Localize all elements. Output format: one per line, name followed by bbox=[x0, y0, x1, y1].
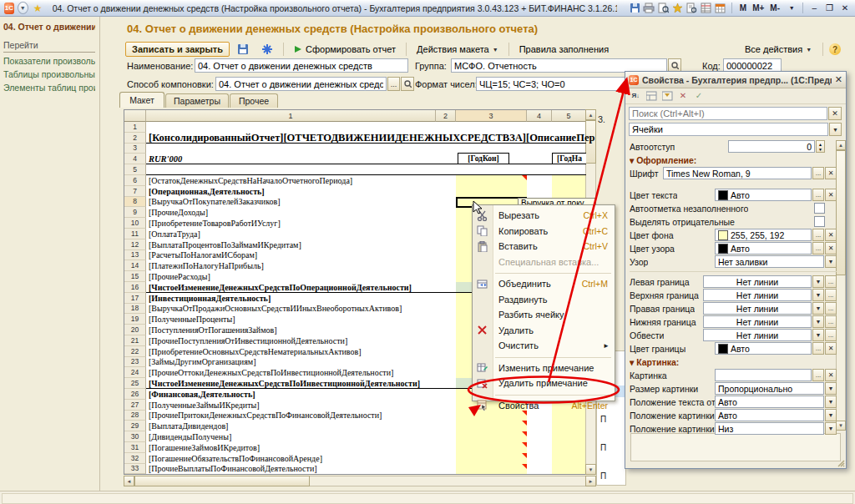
grid-row[interactable]: 29[ВыплатаДивидендов] bbox=[124, 421, 586, 431]
menu-item-6[interactable]: Раздвинуть bbox=[473, 292, 615, 308]
grid-row-number[interactable]: 7 bbox=[124, 186, 146, 197]
scroll-up-icon[interactable]: ▲ bbox=[836, 140, 846, 150]
grid-row-number[interactable]: 31 bbox=[124, 442, 146, 453]
grid-row-number[interactable]: 18 bbox=[124, 304, 146, 315]
cell-col3[interactable] bbox=[456, 464, 527, 475]
grid-row-number[interactable]: 33 bbox=[124, 464, 146, 475]
dots-button[interactable]: ... bbox=[812, 242, 824, 255]
grid-row-number[interactable]: 9 bbox=[124, 207, 146, 218]
close-button[interactable]: ✕ bbox=[839, 3, 851, 14]
cell-col5[interactable] bbox=[552, 421, 586, 431]
sidebar-link-2[interactable]: Элементы таблиц произв... bbox=[3, 83, 95, 93]
grid-row-number[interactable]: 10 bbox=[124, 218, 146, 229]
grid-column-header-3[interactable]: 3 bbox=[456, 110, 527, 122]
grid-column-header-1[interactable]: 1 bbox=[146, 110, 436, 122]
menu-item-2[interactable]: ВставитьCtrl+V bbox=[473, 239, 615, 255]
mode-button-m-[interactable]: M- bbox=[767, 3, 782, 13]
clear-button[interactable]: ✕ bbox=[825, 167, 837, 179]
cell-col3[interactable] bbox=[456, 421, 527, 431]
dropdown-icon[interactable]: ▼ bbox=[812, 315, 824, 328]
cell-col5[interactable] bbox=[552, 453, 586, 464]
grid-row[interactable]: 4RUR'000 bbox=[124, 154, 586, 164]
main-menu-button[interactable]: ▼ bbox=[18, 2, 28, 14]
sidebar-link-1[interactable]: Таблицы произвольных о... bbox=[3, 69, 95, 79]
cell-col5[interactable] bbox=[552, 464, 586, 475]
favorites-star-icon[interactable]: ★ bbox=[32, 3, 44, 14]
tab-макет[interactable]: Макет bbox=[119, 92, 164, 108]
properties-target-selector[interactable] bbox=[629, 123, 828, 136]
color-value[interactable]: 255, 255, 192 bbox=[715, 229, 812, 241]
cell-col5[interactable] bbox=[552, 175, 586, 186]
help-icon[interactable]: ? bbox=[829, 43, 841, 55]
grid-row[interactable]: 6[ОстатокДенежныхСредствНаНачалоОтчетног… bbox=[124, 175, 586, 186]
dropdown-icon[interactable]: ▼ bbox=[825, 422, 837, 435]
dropdown-icon[interactable]: ▼ bbox=[812, 289, 824, 301]
menu-item-8[interactable]: Удалить bbox=[473, 323, 615, 339]
dots-button[interactable]: ... bbox=[812, 189, 824, 201]
grid-column-header-4[interactable]: 4 bbox=[527, 110, 552, 122]
compose-input[interactable] bbox=[215, 77, 387, 91]
properties-scroll-thumb[interactable] bbox=[836, 150, 846, 275]
grid-row-number[interactable]: 3 bbox=[124, 144, 146, 154]
scroll-down-icon[interactable]: ▼ bbox=[836, 421, 846, 431]
grid-row-number[interactable]: 5 bbox=[124, 164, 146, 175]
compose-lookup-button[interactable] bbox=[401, 77, 414, 91]
grid-hscroll-thumb[interactable] bbox=[134, 476, 310, 486]
calendar-icon[interactable] bbox=[714, 3, 726, 14]
cell-col3[interactable] bbox=[456, 431, 527, 442]
compose-dots-button[interactable]: ... bbox=[387, 77, 400, 91]
save-icon[interactable] bbox=[629, 3, 641, 14]
color-value[interactable]: Авто bbox=[715, 189, 812, 201]
grid-row-number[interactable]: 4 bbox=[124, 154, 146, 164]
dropdown-icon[interactable]: ▼ bbox=[812, 302, 824, 315]
dropdown-icon[interactable]: ▼ bbox=[812, 329, 824, 341]
save-and-close-button[interactable]: Записать и закрыть bbox=[125, 42, 230, 57]
font-value[interactable]: Times New Roman, 9 bbox=[663, 167, 812, 179]
grid-row-number[interactable]: 22 bbox=[124, 346, 146, 357]
dots-button[interactable]: ... bbox=[825, 289, 837, 301]
dots-button[interactable]: ... bbox=[812, 369, 824, 381]
table-icon[interactable] bbox=[700, 3, 712, 14]
grid-row[interactable]: 30[ДивидендыПолучены] bbox=[124, 431, 586, 442]
grid-row-number[interactable]: 15 bbox=[124, 271, 146, 282]
select-value[interactable]: Нет заливки bbox=[715, 255, 824, 268]
cell-col5[interactable] bbox=[552, 442, 586, 453]
scroll-up-icon[interactable]: ▲ bbox=[585, 109, 596, 120]
cancel-edit-icon[interactable]: ✕ bbox=[676, 89, 690, 102]
clear-button[interactable]: ✕ bbox=[825, 229, 837, 241]
grid-row-number[interactable]: 32 bbox=[124, 453, 146, 464]
grid-row-number[interactable]: 16 bbox=[124, 282, 146, 293]
sort-alpha-icon[interactable]: Я↓ bbox=[629, 89, 642, 102]
clear-button[interactable]: ✕ bbox=[825, 342, 837, 355]
scroll-left-icon[interactable]: ◄ bbox=[124, 476, 134, 486]
menu-item-3[interactable]: Специальная вставка... bbox=[473, 255, 615, 270]
restore-button[interactable]: ❐ bbox=[823, 3, 835, 14]
grid-row-number[interactable]: 29 bbox=[124, 421, 146, 431]
menu-item-11[interactable]: Изменить примечание bbox=[473, 360, 615, 376]
resize-grip-icon[interactable] bbox=[837, 459, 845, 467]
grid-row-number[interactable]: 25 bbox=[124, 378, 146, 389]
select-value[interactable]: Авто bbox=[715, 396, 824, 408]
grid-row-number[interactable]: 28 bbox=[124, 411, 146, 421]
cell-col3[interactable] bbox=[456, 186, 527, 197]
grid-row-number[interactable]: 23 bbox=[124, 357, 146, 368]
dropdown-icon[interactable]: ▼ bbox=[812, 275, 824, 288]
properties-close-icon[interactable]: ✕ bbox=[835, 74, 842, 85]
sidebar-current-item[interactable]: 04. Отчет о движении... bbox=[3, 22, 95, 32]
grid-row-number[interactable]: 8 bbox=[124, 197, 146, 208]
grid-row-number[interactable]: 24 bbox=[124, 367, 146, 378]
save-button[interactable] bbox=[232, 41, 254, 58]
grid-row[interactable]: 2[КонсолидированныйОтчет][ОТЧЕТОДВИЖЕНИИ… bbox=[124, 133, 586, 144]
grid-row-number[interactable]: 11 bbox=[124, 229, 146, 239]
property-checkbox[interactable] bbox=[814, 216, 825, 227]
select-value[interactable]: Нет линии bbox=[703, 289, 812, 301]
grid-row-number[interactable]: 1 bbox=[124, 122, 146, 133]
property-checkbox[interactable] bbox=[814, 203, 825, 214]
fill-rules-button[interactable]: Правила заполнения bbox=[514, 41, 615, 58]
grid-row-number[interactable]: 13 bbox=[124, 250, 146, 261]
tab-прочее[interactable]: Прочее bbox=[230, 93, 278, 108]
dots-button[interactable]: ... bbox=[825, 275, 837, 288]
add-favorite-icon[interactable] bbox=[671, 3, 684, 14]
menu-item-5[interactable]: ОбъединитьCtrl+M bbox=[473, 276, 615, 292]
group-by-category-icon[interactable] bbox=[645, 89, 658, 102]
